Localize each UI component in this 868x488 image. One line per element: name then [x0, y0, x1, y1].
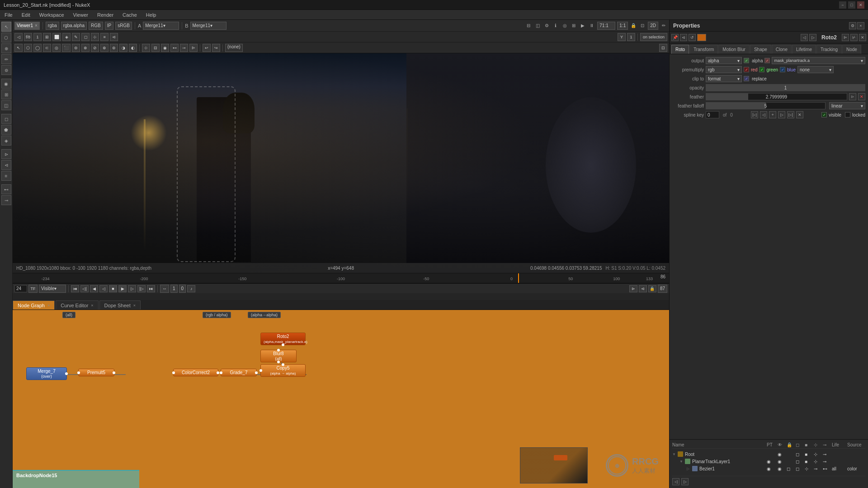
node-merge7[interactable]: Merge_7 (over)	[26, 367, 67, 380]
channel-selector[interactable]: rgba	[46, 22, 59, 30]
none-dropdown[interactable]: none▾	[797, 66, 834, 73]
tool-roto[interactable]: ⬡	[1, 33, 11, 42]
mask-source-dropdown[interactable]: mask_planartrack.a▾	[772, 57, 865, 64]
y-val-input[interactable]: 1	[627, 33, 635, 41]
tool-script[interactable]: ⊸	[1, 195, 11, 205]
props-fwd-btn[interactable]: ▷	[809, 34, 816, 41]
paint-tool[interactable]: ⊗	[81, 44, 90, 52]
spline-prev-btn[interactable]: ◁	[760, 111, 767, 118]
on-selection-btn[interactable]: on selection	[640, 33, 667, 41]
copy-btn[interactable]: ⊫	[189, 44, 198, 52]
spline-first-btn[interactable]: |◁	[751, 111, 758, 118]
tool-transform[interactable]: ⊕	[1, 43, 11, 53]
feather-anim-btn[interactable]: ⊳	[849, 93, 856, 100]
props-node-color[interactable]	[697, 34, 706, 41]
lock-range-btn[interactable]: 🔒	[648, 285, 656, 292]
tool-filter[interactable]: ⊳	[1, 149, 11, 159]
roi-icon[interactable]: ⊞	[570, 22, 577, 29]
play-icon-right[interactable]: ▶	[579, 22, 586, 29]
props-load-icon[interactable]: ⊲	[680, 34, 687, 41]
fit-icon[interactable]: ⊡	[639, 22, 646, 29]
rect-tool[interactable]: ⬛	[62, 44, 71, 52]
ip-toggle[interactable]: IP	[105, 22, 113, 30]
audio-btn[interactable]: ♪	[187, 285, 195, 292]
tab-curve-editor[interactable]: Curve Editor ×	[56, 300, 98, 310]
zoom-lock-icon[interactable]: 🔒	[630, 22, 637, 29]
invert-btn[interactable]: ⊟	[151, 44, 160, 52]
color-picker-icon[interactable]: ◎	[561, 22, 568, 29]
props-settings-icon[interactable]: ⚙	[849, 22, 856, 29]
menu-file[interactable]: File	[3, 12, 14, 18]
close-button[interactable]: ✕	[857, 1, 864, 9]
transform-btn2[interactable]: ⊹	[91, 33, 99, 41]
link-btn[interactable]: ⊷	[170, 44, 179, 52]
tool-select[interactable]: ↖	[1, 22, 11, 32]
grid-overlay-btn[interactable]: ⊞	[43, 33, 51, 41]
input-btn[interactable]: ⊲	[110, 33, 118, 41]
backdrop-node15[interactable]: BackdropNode15	[13, 470, 139, 488]
props-refresh-icon[interactable]: ↺	[689, 34, 696, 41]
frame-step[interactable]: 0	[179, 285, 186, 293]
menu-cache[interactable]: Cache	[121, 12, 139, 18]
2d-mode[interactable]: 2D	[648, 22, 658, 30]
props-copy-icon[interactable]: ⊫	[842, 34, 849, 41]
layer-visible-btn[interactable]: ◉	[161, 44, 169, 52]
tab-dope-sheet[interactable]: Dope Sheet ×	[99, 300, 141, 310]
tool-node[interactable]: ◻	[1, 114, 11, 124]
undo-btn[interactable]: ↩	[203, 44, 211, 52]
visible-dropdown[interactable]: Visible▾	[39, 285, 66, 293]
step-back-btn[interactable]: ◁	[99, 285, 108, 292]
close-dope-sheet[interactable]: ×	[133, 303, 136, 308]
props-back-btn[interactable]: ◁	[801, 34, 808, 41]
tree-root[interactable]: ▼ Root ◉ ◻ ■ ⊹ ⊸	[672, 450, 865, 458]
play-back-btn[interactable]: ◀	[90, 285, 98, 292]
rec-out-btn[interactable]: ⊲	[639, 285, 647, 292]
replace-checkbox[interactable]: ✓	[744, 76, 749, 81]
prev-key-btn[interactable]: ◁|	[80, 285, 89, 292]
frame-num-input[interactable]: 1	[33, 33, 42, 41]
node-b-selector[interactable]: Merge11▾	[190, 22, 226, 30]
premultiply-dropdown[interactable]: rgb▾	[706, 66, 742, 73]
menu-help[interactable]: Help	[144, 12, 158, 18]
tab-roto[interactable]: Roto	[671, 45, 689, 54]
node-a-selector[interactable]: Merge11▾	[143, 22, 179, 30]
safe-area-btn[interactable]: ⬜	[52, 33, 61, 41]
maximize-button[interactable]: □	[848, 1, 855, 9]
node-rgb-alpha[interactable]: (rgb / alpha)	[203, 312, 231, 318]
mask-btn[interactable]: ◻	[81, 33, 90, 41]
visible-checkbox[interactable]: ✓	[821, 112, 827, 117]
brush-tool[interactable]: ⊜	[72, 44, 80, 52]
frame-input[interactable]: f/8	[24, 33, 32, 41]
tree-planarlayer[interactable]: ▼ PlanarTrackLayer1 ◉ ◉ ◻ ■ ⊹ ⊸	[672, 458, 865, 465]
overlay-btn[interactable]: ◈	[62, 33, 71, 41]
menu-render[interactable]: Render	[95, 12, 115, 18]
alpha-selector[interactable]: rgba.alpha	[61, 22, 87, 30]
node-grade7[interactable]: Grade_7	[221, 369, 257, 376]
node-graph-minimap[interactable]	[520, 447, 588, 483]
ellipse-tool[interactable]: ◎	[52, 44, 61, 52]
node-roto2[interactable]: Roto2 (alpha,mask_planartrack.a)	[260, 333, 306, 345]
tree-next-btn[interactable]: ▷	[681, 478, 689, 485]
falloff-type-dropdown[interactable]: linear▾	[829, 102, 865, 109]
node-premult5[interactable]: Premult5	[78, 369, 114, 376]
annotation-btn[interactable]: ✎	[72, 33, 80, 41]
output-dropdown[interactable]: alpha▾	[706, 57, 742, 64]
tab-tracking[interactable]: Tracking	[816, 45, 842, 54]
layer-btn[interactable]: ≡	[100, 33, 108, 41]
roto-tool[interactable]: ⬡	[24, 44, 32, 52]
rec-in-btn[interactable]: ⊳	[629, 285, 637, 292]
clone-tool[interactable]: ⊕	[100, 44, 108, 52]
spline-delete-btn[interactable]: ✕	[796, 111, 803, 118]
bspline-tool[interactable]: ⊂	[43, 44, 51, 52]
props-pin-icon[interactable]: 📌	[671, 34, 679, 41]
channels-dropdown[interactable]: (none)	[225, 44, 243, 52]
wipe-icon[interactable]: ⊟	[525, 22, 532, 29]
settings-icon[interactable]: ⚙	[543, 22, 550, 29]
tree-prev-btn[interactable]: ◁	[672, 478, 679, 485]
viewer-tab-close[interactable]: ×	[35, 23, 38, 28]
tool-merge[interactable]: ⬟	[1, 125, 11, 135]
fps-input[interactable]	[14, 285, 27, 292]
node-alpha-alpha[interactable]: (alpha→alpha)	[248, 312, 281, 318]
mask-toggle[interactable]: ✓	[764, 58, 770, 63]
clipto-dropdown[interactable]: format▾	[706, 75, 742, 82]
